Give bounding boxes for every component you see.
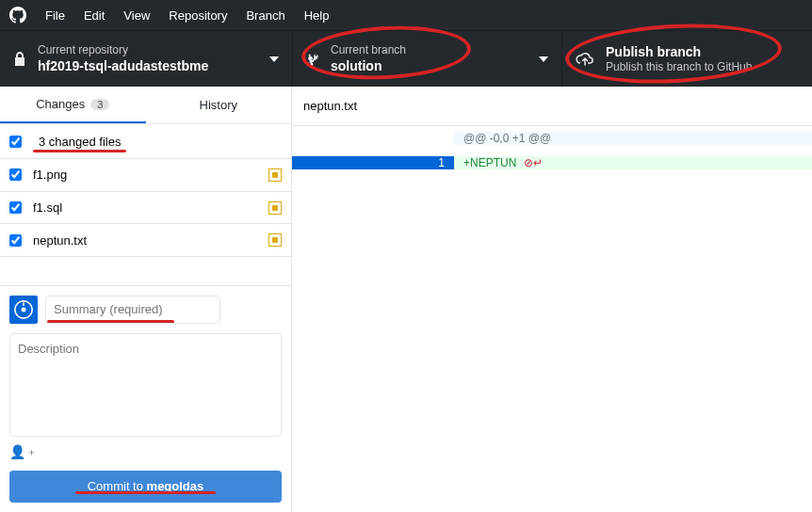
commit-button-prefix: Commit to <box>88 479 147 493</box>
current-repository-selector[interactable]: Current repository hf2019-tsql-adudastes… <box>0 31 292 87</box>
toolbar: Current repository hf2019-tsql-adudastes… <box>0 30 812 87</box>
add-coauthor-icon[interactable]: 👤﹢ <box>9 444 282 461</box>
modified-icon <box>268 201 282 215</box>
svg-point-1 <box>22 307 26 312</box>
changed-files-text: 3 changed files <box>39 135 121 149</box>
hunk-text: @@ -0,0 +1 @@ <box>454 132 812 145</box>
added-text: +NEPTUN <box>463 156 516 169</box>
tab-history-label: History <box>200 98 237 112</box>
select-all-checkbox[interactable] <box>9 136 22 148</box>
menu-edit[interactable]: Edit <box>84 8 105 23</box>
svg-rect-2 <box>23 302 24 305</box>
file-row[interactable]: f1.sql <box>0 192 291 225</box>
diff-file-header: neptun.txt <box>292 87 812 126</box>
summary-input[interactable] <box>45 296 220 324</box>
file-checkbox[interactable] <box>9 168 22 181</box>
description-input[interactable] <box>9 333 282 437</box>
caret-down-icon <box>251 56 279 62</box>
line-number: 1 <box>292 156 454 169</box>
diff-hunk-header: @@ -0,0 +1 @@ <box>292 126 812 151</box>
menu-bar: File Edit View Repository Branch Help <box>0 0 812 30</box>
modified-icon <box>268 168 282 182</box>
diff-filename: neptun.txt <box>303 99 357 113</box>
git-branch-icon <box>306 51 319 68</box>
commit-button[interactable]: Commit to megoldas <box>9 471 282 503</box>
publish-subtitle: Publish this branch to GitHub <box>606 60 752 73</box>
file-name: f1.png <box>33 168 268 182</box>
no-newline-icon: ⊘↵ <box>524 156 543 169</box>
menu-view[interactable]: View <box>123 8 150 23</box>
lock-icon <box>13 52 26 67</box>
modified-icon <box>268 233 282 247</box>
tab-changes-label: Changes <box>36 97 85 111</box>
changes-count-badge: 3 <box>90 99 109 110</box>
changed-files-header: 3 changed files <box>0 124 291 159</box>
cloud-upload-icon <box>576 52 594 67</box>
repo-name: hf2019-tsql-adudastestbme <box>38 57 208 74</box>
repo-label: Current repository <box>38 43 208 56</box>
branch-label: Current branch <box>331 43 406 56</box>
tab-changes[interactable]: Changes 3 <box>0 87 146 123</box>
file-checkbox[interactable] <box>9 201 22 214</box>
current-branch-selector[interactable]: Current branch solution <box>292 31 561 87</box>
diff-panel: neptun.txt @@ -0,0 +1 @@ 1 +NEPTUN ⊘↵ <box>292 87 812 512</box>
commit-button-branch: megoldas <box>147 479 204 493</box>
github-logo-icon <box>9 7 26 24</box>
menu-file[interactable]: File <box>45 8 65 23</box>
caret-down-icon <box>520 56 548 62</box>
diff-added-line: 1 +NEPTUN ⊘↵ <box>292 151 812 175</box>
file-row[interactable]: neptun.txt <box>0 224 291 257</box>
diff-content: @@ -0,0 +1 @@ 1 +NEPTUN ⊘↵ <box>292 126 812 175</box>
left-tabs: Changes 3 History <box>0 87 291 124</box>
file-name: f1.sql <box>33 200 268 215</box>
branch-name: solution <box>331 57 406 74</box>
tab-history[interactable]: History <box>146 87 292 123</box>
menu-branch[interactable]: Branch <box>246 8 284 23</box>
publish-branch-button[interactable]: Publish branch Publish this branch to Gi… <box>561 31 812 87</box>
avatar <box>9 296 38 324</box>
file-name: neptun.txt <box>33 233 268 248</box>
commit-form: 👤﹢ Commit to megoldas <box>0 285 291 512</box>
publish-title: Publish branch <box>606 43 752 60</box>
main-area: Changes 3 History 3 changed files f1.png… <box>0 87 812 512</box>
changes-panel: Changes 3 History 3 changed files f1.png… <box>0 87 292 512</box>
menu-repository[interactable]: Repository <box>169 8 227 23</box>
file-checkbox[interactable] <box>9 234 22 247</box>
file-row[interactable]: f1.png <box>0 159 291 192</box>
menu-help[interactable]: Help <box>304 8 330 23</box>
